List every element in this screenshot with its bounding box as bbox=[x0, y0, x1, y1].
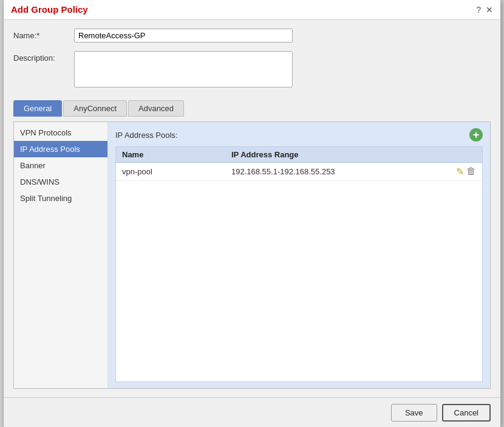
pool-name-cell: vpn-pool bbox=[122, 167, 231, 176]
sidebar: VPN Protocols IP Address Pools Banner DN… bbox=[14, 122, 108, 388]
tab-advanced[interactable]: Advanced bbox=[128, 100, 184, 117]
tab-general[interactable]: General bbox=[13, 100, 62, 117]
dialog-footer: Save Cancel bbox=[4, 397, 500, 427]
cancel-button[interactable]: Cancel bbox=[442, 404, 491, 422]
tab-content-area: VPN Protocols IP Address Pools Banner DN… bbox=[13, 121, 491, 389]
save-button[interactable]: Save bbox=[391, 404, 437, 422]
tab-anyconnect[interactable]: AnyConnect bbox=[63, 100, 127, 117]
table-row: vpn-pool 192.168.55.1-192.168.55.253 ✎ 🗑 bbox=[116, 163, 482, 181]
sidebar-item-split-tunneling[interactable]: Split Tunneling bbox=[14, 190, 107, 207]
content-panel: IP Address Pools: + Name IP Address Rang… bbox=[108, 122, 490, 388]
section-title: IP Address Pools: bbox=[115, 131, 177, 140]
name-field-wrapper bbox=[74, 29, 293, 43]
description-label: Description: bbox=[13, 51, 74, 63]
dialog-body: Name:* Description: General AnyConnect A… bbox=[4, 20, 500, 397]
add-group-policy-dialog: Add Group Policy ? ✕ Name:* Description:… bbox=[3, 0, 501, 427]
sidebar-item-banner[interactable]: Banner bbox=[14, 157, 107, 174]
pool-range-cell: 192.168.55.1-192.168.55.253 bbox=[231, 167, 456, 176]
sidebar-item-vpn-protocols[interactable]: VPN Protocols bbox=[14, 125, 107, 141]
sidebar-item-ip-address-pools[interactable]: IP Address Pools bbox=[14, 141, 107, 157]
tabs-bar: General AnyConnect Advanced bbox=[13, 100, 491, 117]
add-pool-button[interactable]: + bbox=[469, 128, 483, 142]
help-icon[interactable]: ? bbox=[476, 5, 481, 15]
dialog-title-text: Add Group Policy bbox=[11, 4, 88, 15]
name-input[interactable] bbox=[74, 29, 293, 43]
close-icon[interactable]: ✕ bbox=[486, 5, 493, 15]
dialog-title-icons: ? ✕ bbox=[476, 5, 493, 15]
name-row: Name:* bbox=[13, 29, 491, 43]
ip-pools-table: Name IP Address Range vpn-pool 192.168.5… bbox=[115, 146, 483, 382]
description-field-wrapper bbox=[74, 51, 293, 89]
col-header-name: Name bbox=[122, 150, 231, 159]
row-actions: ✎ 🗑 bbox=[456, 166, 476, 177]
dialog-title-bar: Add Group Policy ? ✕ bbox=[4, 0, 500, 20]
description-row: Description: bbox=[13, 51, 491, 89]
description-input[interactable] bbox=[74, 51, 293, 87]
name-label: Name:* bbox=[13, 29, 74, 40]
delete-icon[interactable]: 🗑 bbox=[466, 166, 476, 177]
table-header: Name IP Address Range bbox=[116, 147, 482, 163]
sidebar-item-dns-wins[interactable]: DNS/WINS bbox=[14, 174, 107, 190]
edit-icon[interactable]: ✎ bbox=[456, 166, 464, 177]
col-header-range: IP Address Range bbox=[231, 150, 476, 159]
content-panel-header: IP Address Pools: + bbox=[115, 128, 483, 142]
